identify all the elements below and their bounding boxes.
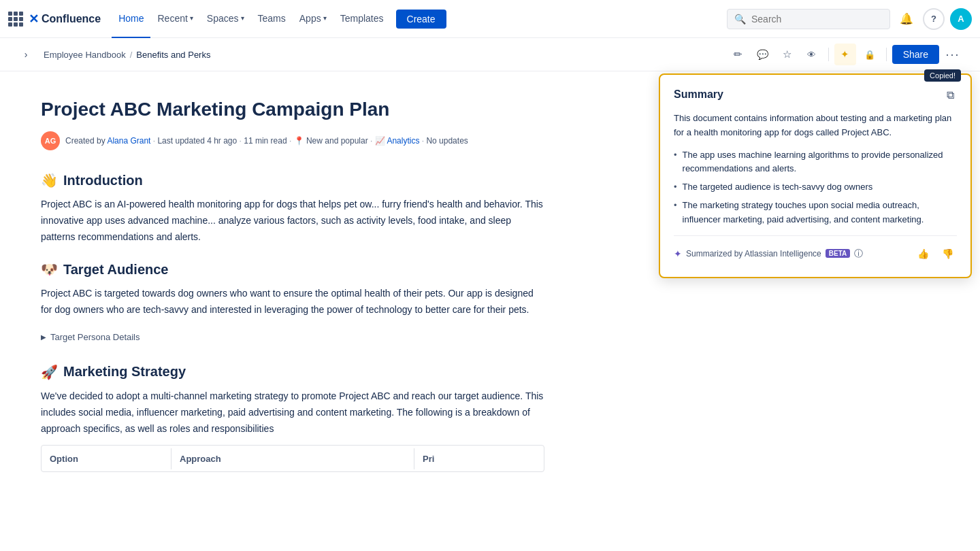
marketing-text: We've decided to adopt a multi-channel m… bbox=[41, 388, 544, 437]
target-text: Project ABC is targeted towards dog owne… bbox=[41, 286, 544, 318]
thumbs-down-icon: 👎 bbox=[942, 248, 953, 259]
ai-footer-icon: ✦ bbox=[674, 248, 682, 259]
confluence-x-logo: ✕ bbox=[29, 12, 39, 27]
nav-links: Home Recent ▾ Spaces ▾ Teams Apps ▾ Temp… bbox=[112, 0, 390, 38]
chevron-down-icon: ▾ bbox=[323, 14, 327, 22]
read-time: 11 min read bbox=[244, 136, 287, 146]
intro-emoji: 👋 bbox=[41, 172, 58, 188]
table-col-option: Option bbox=[42, 448, 172, 469]
chevron-right-icon: › bbox=[24, 49, 28, 60]
beta-badge: BETA bbox=[826, 249, 850, 258]
copied-tooltip: Copied! bbox=[924, 69, 961, 82]
page-actions: ✏ 💬 ☆ 👁 ✦ 🔒 Share ··· bbox=[728, 44, 964, 65]
feedback-buttons: 👍 👎 bbox=[913, 244, 957, 263]
watch-button[interactable]: 👁 bbox=[801, 44, 823, 65]
expand-label: Target Persona Details bbox=[50, 332, 140, 342]
share-button[interactable]: Share bbox=[892, 45, 939, 64]
table-col-approach: Approach bbox=[172, 448, 414, 469]
create-button[interactable]: Create bbox=[396, 10, 446, 29]
chevron-down-icon: ▾ bbox=[241, 14, 244, 22]
thumbs-up-button[interactable]: 👍 bbox=[913, 244, 932, 263]
section-target-heading: 🐶 Target Audience bbox=[41, 261, 544, 278]
intro-text: Project ABC is an AI-powered health moni… bbox=[41, 197, 544, 245]
comment-button[interactable]: 💬 bbox=[752, 44, 774, 65]
action-divider-2 bbox=[886, 48, 887, 61]
restrict-button[interactable]: 🔒 bbox=[859, 44, 881, 65]
info-icon[interactable]: ⓘ bbox=[854, 248, 863, 260]
marketing-emoji: 🚀 bbox=[41, 364, 58, 380]
top-navigation: ✕ Confluence Home Recent ▾ Spaces ▾ Team… bbox=[0, 0, 980, 38]
target-emoji: 🐶 bbox=[41, 261, 58, 278]
copy-icon: ⧉ bbox=[947, 89, 954, 101]
summary-title: Summary bbox=[674, 88, 957, 101]
nav-home[interactable]: Home bbox=[112, 0, 150, 38]
last-updated: Last updated 4 hr ago bbox=[157, 136, 237, 146]
thumbs-down-button[interactable]: 👎 bbox=[938, 244, 957, 263]
search-icon: 🔍 bbox=[734, 14, 746, 24]
target-persona-expand[interactable]: ▶ Target Persona Details bbox=[41, 327, 544, 348]
logo[interactable]: ✕ Confluence bbox=[8, 12, 101, 27]
more-options-button[interactable]: ··· bbox=[942, 44, 964, 65]
table-col-pri: Pri bbox=[414, 448, 544, 469]
author-name[interactable]: Alana Grant bbox=[107, 136, 150, 146]
page-title: Project ABC Marketing Campaign Plan bbox=[41, 99, 544, 120]
star-icon: ☆ bbox=[783, 48, 791, 61]
breadcrumb-current: Benefits and Perks bbox=[136, 50, 210, 60]
summary-bullets: The app uses machine learning algorithms… bbox=[674, 148, 957, 227]
nav-apps[interactable]: Apps ▾ bbox=[293, 0, 333, 38]
thumbs-up-icon: 👍 bbox=[917, 248, 929, 259]
summary-bullet-1: The app uses machine learning algorithms… bbox=[674, 148, 957, 177]
lock-icon: 🔒 bbox=[864, 50, 875, 60]
nav-templates[interactable]: Templates bbox=[333, 0, 391, 38]
help-icon: ? bbox=[931, 14, 936, 24]
page-status: New and popular bbox=[306, 136, 368, 146]
ai-sparkle-icon: ✦ bbox=[840, 48, 849, 61]
summary-body: This document contains information about… bbox=[674, 112, 957, 140]
search-input[interactable] bbox=[751, 14, 883, 24]
more-icon: ··· bbox=[945, 48, 960, 62]
watch-icon: 👁 bbox=[807, 50, 816, 60]
section-intro-heading: 👋 Introduction bbox=[41, 172, 544, 188]
summary-copy-button[interactable]: ⧉ bbox=[941, 86, 960, 105]
page-meta: AG Created by Alana Grant · Last updated… bbox=[41, 131, 544, 150]
summary-panel-wrapper: Copied! Summary ⧉ This document contains… bbox=[651, 65, 980, 286]
help-button[interactable]: ? bbox=[923, 8, 945, 30]
summary-panel: Copied! Summary ⧉ This document contains… bbox=[659, 73, 972, 278]
action-divider bbox=[828, 48, 829, 61]
notifications-button[interactable]: 🔔 bbox=[896, 8, 917, 30]
author-avatar: AG bbox=[41, 131, 60, 150]
summary-bullet-3: The marketing strategy touches upon soci… bbox=[674, 199, 957, 227]
search-bar[interactable]: 🔍 bbox=[727, 9, 890, 29]
bell-icon: 🔔 bbox=[900, 12, 913, 25]
expand-arrow-icon: ▶ bbox=[41, 333, 46, 341]
breadcrumb-parent-link[interactable]: Employee Handbook bbox=[44, 50, 126, 60]
nav-spaces[interactable]: Spaces ▾ bbox=[200, 0, 251, 38]
ai-footer-label: Summarized by Atlassian Intelligence bbox=[686, 249, 821, 258]
sidebar-toggle-button[interactable]: › bbox=[16, 45, 35, 64]
star-button[interactable]: ☆ bbox=[777, 44, 798, 65]
marketing-table: Option Approach Pri bbox=[41, 445, 544, 472]
ai-sparkle-button[interactable]: ✦ bbox=[834, 44, 856, 65]
summary-bullet-2: The targeted audience is tech-savvy dog … bbox=[674, 180, 957, 195]
analytics-link[interactable]: Analytics bbox=[387, 136, 419, 146]
app-grid-icon bbox=[8, 12, 23, 27]
updates-status: No updates bbox=[426, 136, 468, 146]
summary-footer: ✦ Summarized by Atlassian Intelligence B… bbox=[674, 235, 957, 263]
nav-teams[interactable]: Teams bbox=[251, 0, 293, 38]
nav-right-actions: 🔍 🔔 ? A bbox=[727, 8, 972, 30]
nav-recent[interactable]: Recent ▾ bbox=[150, 0, 199, 38]
section-marketing-heading: 🚀 Marketing Strategy bbox=[41, 364, 544, 380]
user-avatar[interactable]: A bbox=[950, 8, 972, 30]
edit-icon: ✏ bbox=[734, 48, 742, 61]
confluence-name: Confluence bbox=[42, 13, 101, 25]
breadcrumb-separator: / bbox=[130, 50, 133, 60]
chevron-down-icon: ▾ bbox=[190, 14, 193, 22]
page-meta-text: Created by Alana Grant · Last updated 4 … bbox=[65, 136, 468, 146]
edit-button[interactable]: ✏ bbox=[728, 44, 749, 65]
content-area: Project ABC Marketing Campaign Plan AG C… bbox=[0, 71, 585, 551]
breadcrumb: Employee Handbook / Benefits and Perks bbox=[44, 50, 210, 60]
comment-icon: 💬 bbox=[757, 49, 768, 60]
